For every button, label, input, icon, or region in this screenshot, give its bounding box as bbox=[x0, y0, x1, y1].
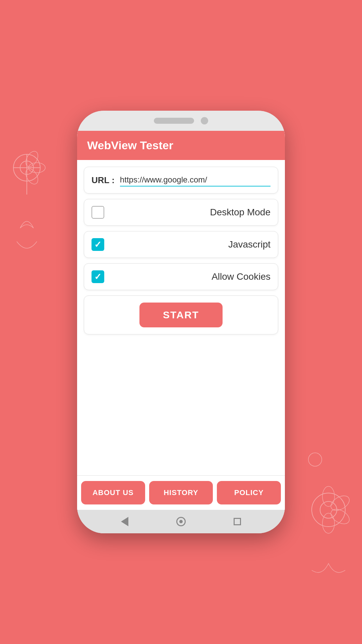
phone-frame: WebView Tester URL : Desktop Mode Javasc… bbox=[77, 111, 285, 533]
start-row: START bbox=[84, 296, 278, 334]
phone-top-bar bbox=[77, 111, 285, 131]
history-button[interactable]: HISTORY bbox=[149, 481, 213, 504]
android-bar bbox=[77, 510, 285, 533]
start-button[interactable]: START bbox=[139, 303, 223, 327]
allow-cookies-checkbox[interactable] bbox=[92, 270, 104, 283]
svg-point-6 bbox=[23, 167, 41, 186]
url-label: URL : bbox=[92, 175, 115, 185]
app-title: WebView Tester bbox=[87, 139, 173, 152]
recents-button[interactable] bbox=[234, 518, 241, 525]
desktop-mode-checkbox[interactable] bbox=[92, 206, 104, 219]
svg-point-10 bbox=[328, 493, 352, 513]
svg-point-8 bbox=[320, 501, 337, 518]
url-input[interactable] bbox=[120, 174, 270, 186]
svg-point-12 bbox=[322, 513, 335, 533]
javascript-checkbox[interactable] bbox=[92, 238, 104, 251]
svg-point-13 bbox=[308, 453, 322, 466]
svg-point-11 bbox=[328, 506, 352, 527]
about-us-button[interactable]: ABOUT US bbox=[81, 481, 145, 504]
app-header: WebView Tester bbox=[77, 131, 285, 160]
phone-speaker bbox=[154, 118, 194, 124]
javascript-label: Javascript bbox=[111, 239, 270, 250]
phone-camera bbox=[201, 117, 208, 124]
javascript-row: Javascript bbox=[84, 231, 278, 258]
svg-point-9 bbox=[322, 486, 335, 506]
policy-button[interactable]: POLICY bbox=[217, 481, 281, 504]
home-button[interactable] bbox=[176, 517, 186, 526]
url-row: URL : bbox=[84, 167, 278, 194]
back-button[interactable] bbox=[121, 517, 128, 526]
app-main: URL : Desktop Mode Javascript Allow Cook… bbox=[77, 160, 285, 475]
empty-space bbox=[84, 340, 278, 469]
svg-point-4 bbox=[23, 149, 41, 169]
allow-cookies-label: Allow Cookies bbox=[111, 271, 270, 282]
app-content: WebView Tester URL : Desktop Mode Javasc… bbox=[77, 131, 285, 510]
allow-cookies-row: Allow Cookies bbox=[84, 263, 278, 290]
desktop-mode-row: Desktop Mode bbox=[84, 199, 278, 226]
desktop-mode-label: Desktop Mode bbox=[111, 207, 270, 218]
bottom-nav: ABOUT US HISTORY POLICY bbox=[77, 475, 285, 510]
